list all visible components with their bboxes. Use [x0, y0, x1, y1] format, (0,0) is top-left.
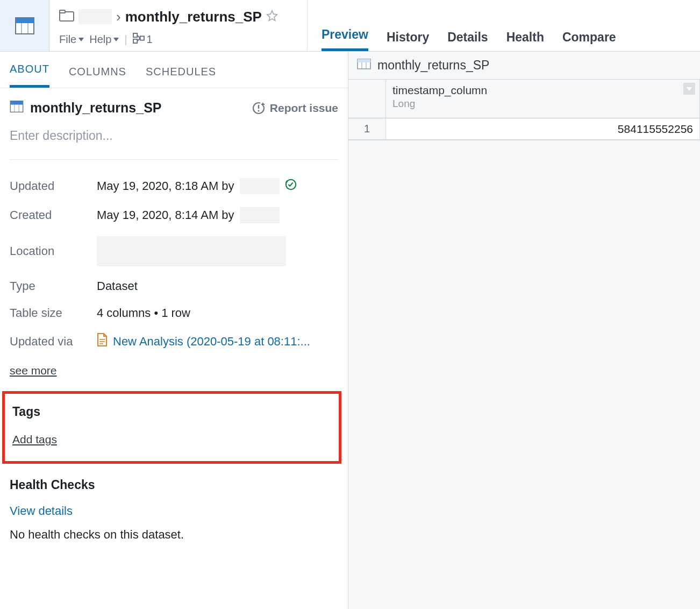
- tab-preview[interactable]: Preview: [322, 27, 368, 51]
- meta-location-label: Location: [10, 244, 97, 258]
- breadcrumb-chevron-icon: ›: [116, 9, 121, 25]
- column-header[interactable]: timestamp_column Long: [386, 80, 699, 118]
- description-input[interactable]: Enter description...: [10, 129, 338, 143]
- meta-tablesize-value: 4 columns • 1 row: [97, 306, 190, 320]
- folder-icon[interactable]: [59, 9, 74, 25]
- column-menu-button[interactable]: [683, 83, 695, 95]
- svg-rect-7: [133, 39, 137, 43]
- row-number: 1: [348, 118, 385, 140]
- caret-down-icon: [687, 87, 692, 91]
- location-redacted: [97, 236, 286, 266]
- updated-by-redacted: [240, 178, 280, 194]
- meta-type-value: Dataset: [97, 279, 138, 293]
- meta-updated-label: Updated: [10, 179, 97, 193]
- svg-rect-1: [16, 18, 34, 23]
- svg-rect-12: [10, 101, 23, 105]
- dataset-title: monthly_returns_SP: [30, 100, 162, 116]
- left-tab-schedules[interactable]: SCHEDULES: [146, 66, 216, 88]
- meta-created-label: Created: [10, 208, 97, 222]
- see-more-link[interactable]: see more: [10, 364, 57, 377]
- add-tags-link[interactable]: Add tags: [12, 433, 57, 445]
- report-issue-button[interactable]: Report issue: [252, 101, 338, 115]
- success-check-icon: [285, 179, 297, 194]
- tab-history[interactable]: History: [387, 30, 429, 51]
- report-issue-label: Report issue: [270, 102, 338, 115]
- svg-rect-6: [133, 33, 137, 37]
- column-type: Long: [392, 98, 693, 110]
- meta-updatedvia-label: Updated via: [10, 335, 97, 349]
- caret-down-icon: [113, 38, 119, 41]
- table-cell[interactable]: 584115552256: [386, 118, 699, 140]
- menu-separator: |: [124, 33, 127, 46]
- breadcrumb-dataset-name: monthly_returns_SP: [125, 9, 262, 25]
- breadcrumb-folder-redacted: [78, 9, 112, 24]
- dataset-icon: [10, 101, 24, 115]
- rownum-header: [348, 80, 385, 118]
- left-tab-columns[interactable]: COLUMNS: [69, 66, 126, 88]
- meta-tablesize-label: Table size: [10, 306, 97, 320]
- svg-point-17: [258, 110, 259, 111]
- caret-down-icon: [78, 38, 84, 41]
- svg-rect-25: [358, 59, 370, 62]
- created-by-redacted: [240, 207, 280, 223]
- svg-rect-5: [60, 10, 65, 13]
- tags-section-highlight: Tags Add tags: [2, 391, 341, 464]
- branch-icon: [133, 33, 145, 46]
- branch-count: 1: [147, 33, 153, 46]
- branch-button[interactable]: 1: [133, 33, 153, 46]
- tab-compare[interactable]: Compare: [562, 30, 616, 51]
- star-icon[interactable]: [266, 9, 278, 25]
- meta-updated-value: May 19, 2020, 8:18 AM by: [97, 179, 234, 193]
- view-details-link[interactable]: View details: [10, 504, 73, 518]
- tags-heading: Tags: [12, 405, 331, 419]
- file-menu-label: File: [59, 33, 76, 46]
- divider: [10, 159, 338, 160]
- meta-created-value: May 19, 2020, 8:14 AM by: [97, 208, 234, 222]
- preview-dataset-icon: [357, 58, 371, 73]
- document-icon: [97, 333, 108, 350]
- file-menu[interactable]: File: [59, 33, 84, 46]
- left-tab-about[interactable]: ABOUT: [10, 63, 49, 88]
- updated-via-link[interactable]: New Analysis (2020-05-19 at 08:11:...: [113, 335, 310, 349]
- preview-title: monthly_returns_SP: [377, 58, 489, 73]
- report-issue-icon: [252, 101, 266, 115]
- help-menu[interactable]: Help: [89, 33, 119, 46]
- health-checks-heading: Health Checks: [10, 478, 338, 492]
- tab-health[interactable]: Health: [506, 30, 544, 51]
- svg-rect-8: [140, 36, 144, 40]
- app-dataset-icon: [0, 0, 49, 51]
- column-name: timestamp_column: [392, 84, 693, 97]
- meta-type-label: Type: [10, 279, 97, 293]
- help-menu-label: Help: [89, 33, 111, 46]
- health-checks-empty: No health checks on this dataset.: [10, 528, 338, 542]
- tab-details[interactable]: Details: [447, 30, 488, 51]
